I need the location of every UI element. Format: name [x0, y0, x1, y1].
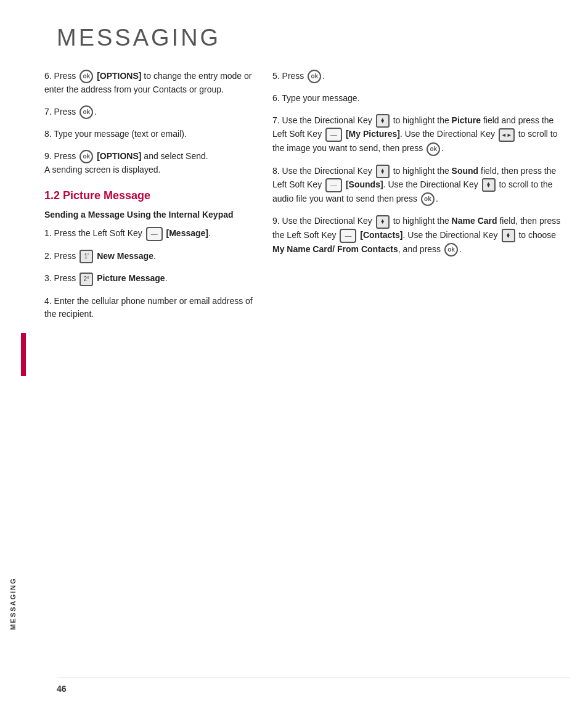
sub-step-4: 4. Enter the cellular phone number or em… [44, 295, 254, 321]
sidebar: MESSAGING [0, 0, 26, 706]
step-6: 6. Press ok [OPTIONS] to change the entr… [44, 70, 254, 97]
step-6-text: 6. Press ok [OPTIONS] to change the entr… [44, 70, 254, 97]
right-step-6: 6. Type your message. [272, 92, 570, 105]
sub-step-3: 3. Press 2° Picture Message. [44, 272, 254, 285]
right-step-8-text: 8. Use the Directional Key to highlight … [272, 165, 570, 207]
step-7-text: 7. Press ok. [44, 105, 254, 119]
step-8-text: 8. Type your message (text or email). [44, 128, 254, 141]
soft-key-icon-r9: — [340, 229, 356, 243]
page-title: MESSAGING [38, 25, 570, 51]
dir-lr-icon-r7: ◄► [499, 128, 515, 142]
right-step-7: 7. Use the Directional Key to highlight … [272, 114, 570, 156]
num-1-icon: 1' [80, 250, 93, 263]
ok-icon-3: ok [80, 150, 93, 163]
dir-icon-r9a [376, 215, 390, 229]
main-content: MESSAGING 6. Press ok [OPTIONS] to chang… [26, 0, 588, 706]
section-heading: 1.2 Picture Message [44, 189, 254, 202]
soft-key-icon: — [146, 227, 163, 241]
right-step-5: 5. Press ok. [272, 70, 570, 83]
ok-icon-r9: ok [444, 243, 458, 257]
dir-icon-r9b [502, 229, 515, 242]
ok-icon-r5: ok [308, 70, 321, 83]
step-9: 9. Press ok [OPTIONS] and select Send. A… [44, 150, 254, 177]
columns-container: 6. Press ok [OPTIONS] to change the entr… [38, 70, 570, 330]
sidebar-label: MESSAGING [9, 577, 17, 630]
ok-icon-r8: ok [421, 192, 435, 206]
dir-icon-r8b [482, 178, 496, 192]
right-step-5-text: 5. Press ok. [272, 70, 570, 83]
ok-icon-r7: ok [427, 142, 440, 156]
sub-step-2-text: 2. Press 1' New Message. [44, 250, 254, 263]
left-column: 6. Press ok [OPTIONS] to change the entr… [44, 70, 254, 330]
sub-step-2: 2. Press 1' New Message. [44, 250, 254, 263]
right-column: 5. Press ok. 6. Type your message. 7. Us… [272, 70, 570, 330]
bottom-divider [57, 678, 570, 678]
right-step-6-text: 6. Type your message. [272, 92, 570, 105]
sub-step-1: 1. Press the Left Soft Key — [Message]. [44, 227, 254, 241]
ok-icon: ok [80, 70, 93, 83]
right-step-8: 8. Use the Directional Key to highlight … [272, 165, 570, 207]
ok-icon-2: ok [80, 105, 93, 119]
page-container: MESSAGING MESSAGING 6. Press ok [OPTIONS… [0, 0, 588, 706]
sidebar-red-bar [21, 333, 26, 376]
step-9-text: 9. Press ok [OPTIONS] and select Send. A… [44, 150, 254, 177]
step-7: 7. Press ok. [44, 105, 254, 119]
soft-key-icon-r7: — [325, 128, 342, 142]
num-2-icon: 2° [80, 273, 93, 286]
sub-step-4-text: 4. Enter the cellular phone number or em… [44, 295, 254, 321]
step-8: 8. Type your message (text or email). [44, 128, 254, 141]
dir-icon-r7a [376, 114, 390, 128]
right-step-9: 9. Use the Directional Key to highlight … [272, 215, 570, 257]
soft-key-icon-r8: — [325, 178, 342, 192]
dir-icon-r8a [376, 165, 390, 178]
sub-step-1-text: 1. Press the Left Soft Key — [Message]. [44, 227, 254, 241]
right-step-9-text: 9. Use the Directional Key to highlight … [272, 215, 570, 257]
right-step-7-text: 7. Use the Directional Key to highlight … [272, 114, 570, 156]
page-number: 46 [57, 684, 67, 694]
sub-heading: Sending a Message Using the Internal Key… [44, 210, 254, 220]
sub-step-3-text: 3. Press 2° Picture Message. [44, 272, 254, 285]
